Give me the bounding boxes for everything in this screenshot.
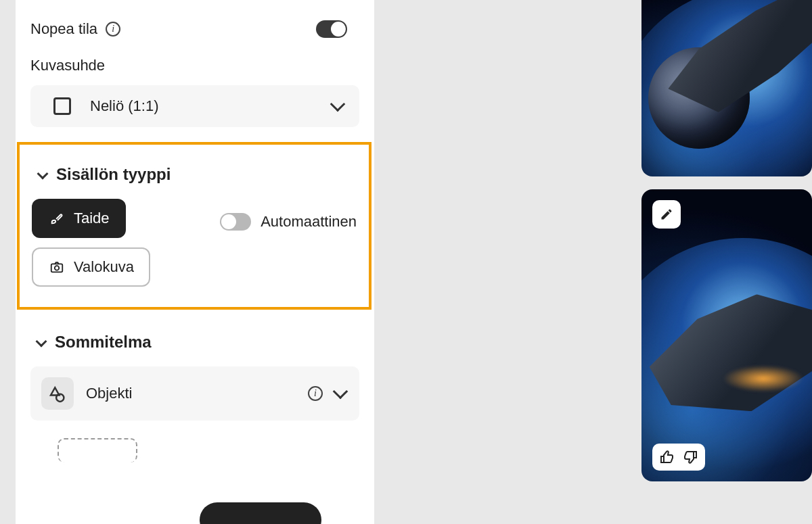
art-chip[interactable]: Taide — [32, 199, 126, 238]
content-type-row: Taide Valokuva Automaattinen — [32, 199, 357, 287]
aspect-section-label: Kuvasuhde — [16, 46, 374, 81]
svg-rect-0 — [51, 264, 63, 272]
info-icon[interactable]: i — [106, 22, 120, 37]
content-type-title: Sisällön tyyppi — [56, 165, 171, 184]
auto-label: Automaattinen — [261, 213, 357, 231]
chevron-down-icon — [333, 384, 348, 400]
aspect-left: Neliö (1:1) — [53, 97, 158, 115]
svg-point-1 — [55, 266, 59, 270]
thumbs-up-icon[interactable] — [659, 449, 675, 465]
shapes-icon-wrap — [41, 377, 74, 410]
square-icon — [53, 97, 71, 115]
content-type-section: Sisällön tyyppi Taide Valok — [17, 142, 371, 310]
auto-toggle-group: Automaattinen — [220, 213, 357, 231]
fast-mode-toggle[interactable] — [316, 20, 347, 38]
composition-title: Sommitelma — [55, 333, 152, 352]
shapes-icon — [47, 383, 68, 404]
photo-chip-label: Valokuva — [74, 258, 134, 276]
thumbs-down-icon[interactable] — [682, 449, 698, 465]
toggle-knob — [221, 214, 236, 229]
toggle-knob — [331, 22, 346, 37]
settings-panel: Nopea tila i Kuvasuhde Neliö (1:1) Sisäl… — [16, 0, 374, 524]
info-icon[interactable]: i — [308, 386, 323, 401]
object-left: Objekti — [41, 377, 132, 410]
object-row[interactable]: Objekti i — [30, 366, 359, 421]
action-pill[interactable] — [200, 502, 321, 524]
fast-mode-label: Nopea tila — [30, 20, 97, 38]
auto-toggle[interactable] — [220, 213, 251, 231]
content-type-chips: Taide Valokuva — [32, 199, 150, 287]
composition-section: Sommitelma Objekti i — [16, 314, 374, 462]
fast-mode-row: Nopea tila i — [16, 0, 374, 46]
chevron-down-icon — [330, 97, 346, 112]
aspect-selected-label: Neliö (1:1) — [90, 97, 158, 115]
rating-buttons — [652, 444, 705, 471]
result-image-1[interactable] — [641, 0, 812, 176]
chevron-down-icon — [37, 168, 49, 180]
engine-glow — [723, 365, 804, 392]
edit-button[interactable] — [652, 200, 681, 229]
pencil-icon — [660, 208, 673, 221]
brush-icon — [48, 211, 66, 226]
aspect-ratio-select[interactable]: Neliö (1:1) — [30, 85, 359, 127]
photo-chip[interactable]: Valokuva — [32, 247, 150, 287]
object-label: Objekti — [86, 385, 132, 402]
fast-mode-label-group: Nopea tila i — [30, 20, 120, 38]
camera-icon — [48, 260, 66, 275]
upload-dropzone[interactable] — [58, 438, 137, 462]
chevron-down-icon — [36, 336, 47, 348]
art-chip-label: Taide — [74, 210, 110, 227]
space-scene — [641, 189, 812, 481]
composition-header[interactable]: Sommitelma — [30, 333, 359, 352]
content-type-header[interactable]: Sisällön tyyppi — [32, 165, 357, 184]
result-image-2[interactable] — [641, 189, 812, 481]
space-scene — [641, 0, 812, 176]
object-right: i — [308, 386, 346, 401]
